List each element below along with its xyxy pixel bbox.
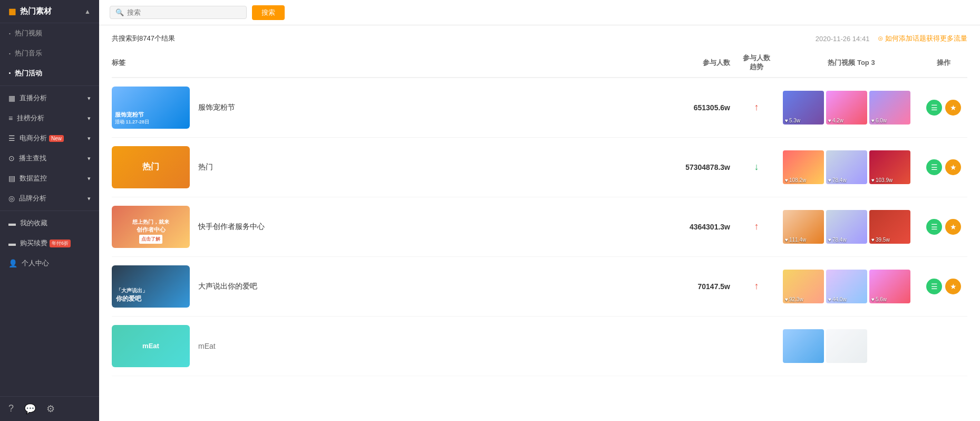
tag-name-5: mEat [198,342,216,350]
trend-4: ↑ [730,281,783,292]
menu-button-4[interactable]: ☰ [926,279,942,294]
video-thumb-1-2[interactable]: ♥ 4.2w [826,91,867,125]
table-header: 标签 参与人数 参与人数 趋势 热门视频 Top 3 操作 [112,49,967,78]
col-tag-4: 「大声说出」 你的爱吧 大声说出你的爱吧 [112,265,656,308]
sidebar-item-hot-music[interactable]: 热门音乐 [0,43,99,63]
tag-thumbnail-1: 服饰宠粉节 活动 11.27-28日 [112,87,190,129]
top-videos-4: ♥ 92.3w ♥ 44.0w ♥ 5.6w [783,270,920,303]
search-button[interactable]: 搜索 [252,5,285,20]
action-col-2: ☰ ★ [920,159,967,175]
video-thumb-3-1[interactable]: ♥ 111.4w [783,210,824,244]
video-thumb-4-2[interactable]: ♥ 44.0w [826,270,867,303]
brand-icon: ◎ [8,194,15,203]
table-row: 「大声说出」 你的爱吧 大声说出你的爱吧 70147.5w ↑ ♥ 92.3w … [112,257,967,317]
video-likes-1-1: ♥ 5.3w [785,118,800,123]
sidebar-item-data-monitor[interactable]: ▤ 数据监控 ▾ [0,168,99,188]
sidebar-item-buy-continue[interactable]: ▬ 购买续费 年付6折 [0,233,99,253]
table-row: 热门 热门 57304878.3w ↓ ♥ 108.2w ♥ 78.4w ♥ 1… [112,138,967,197]
star-button-4[interactable]: ★ [945,279,961,294]
result-meta: 2020-11-26 14:41 ⊙ 如何添加话题获得更多流量 [816,34,967,43]
new-badge: New [49,135,64,142]
table-wrap: 标签 参与人数 参与人数 趋势 热门视频 Top 3 操作 服饰宠粉节 活动 1… [99,49,980,376]
search-input-wrap: 🔍 [110,6,247,19]
video-thumb-1-3[interactable]: ♥ 6.0w [869,91,910,125]
menu-button-1[interactable]: ☰ [926,100,942,116]
sidebar-item-live-analysis[interactable]: ▦ 直播分析 ▾ [0,88,99,108]
video-thumb-2-2[interactable]: ♥ 78.4w [826,150,867,184]
col-tag-2: 热门 热门 [112,146,656,188]
result-count: 共搜索到8747个结果 [112,34,175,43]
top-bar: 🔍 搜索 [99,0,980,25]
sidebar-item-personal-center[interactable]: 👤 个人中心 [0,253,99,273]
video-likes-2-2: ♥ 78.4w [828,177,847,183]
sidebar-collapse-icon[interactable]: ▲ [84,8,91,15]
sidebar-header: ▦ 热门素材 ▲ [0,0,99,23]
chevron-down-icon-3: ▾ [88,135,91,142]
video-thumb-3-2[interactable]: ♥ 78.4w [826,210,867,244]
video-thumb-4-1[interactable]: ♥ 92.3w [783,270,824,303]
participants-2: 57304878.3w [656,163,730,171]
action-col-4: ☰ ★ [920,279,967,294]
chevron-down-icon-2: ▾ [88,115,91,122]
chevron-down-icon-6: ▾ [88,195,91,202]
col-tag-5: mEat mEat [112,325,656,367]
star-button-2[interactable]: ★ [945,159,961,175]
top-videos-2: ♥ 108.2w ♥ 78.4w ♥ 103.9w [783,150,920,184]
action-col-3: ☰ ★ [920,219,967,235]
video-thumb-3-3[interactable]: ♥ 39.5w [869,210,910,244]
tag-thumbnail-4: 「大声说出」 你的爱吧 [112,265,190,308]
video-thumb-4-3[interactable]: ♥ 5.6w [869,270,910,303]
sidebar-divider-1 [0,85,99,86]
link-icon[interactable]: ⚙ [46,403,55,415]
sidebar-title: 热门素材 [20,6,52,16]
video-thumb-5-1[interactable] [783,329,824,363]
tag-name-3: 快手创作者服务中心 [198,222,265,232]
search-input[interactable] [127,8,241,16]
table-row: 想上热门，就来 创作者中心 点击了解 快手创作者服务中心 4364301.3w … [112,197,967,257]
help-link[interactable]: ⊙ 如何添加话题获得更多流量 [878,34,967,43]
main-content: 🔍 搜索 共搜索到8747个结果 2020-11-26 14:41 ⊙ 如何添加… [99,0,980,421]
star-button-1[interactable]: ★ [945,100,961,116]
chat-icon[interactable]: 💬 [24,403,36,415]
sidebar-item-ecom-analysis[interactable]: ☰ 电商分析 New ▾ [0,128,99,148]
video-likes-1-2: ♥ 4.2w [828,118,843,123]
video-likes-4-3: ♥ 5.6w [871,296,887,302]
tag-thumbnail-2: 热门 [112,146,190,188]
participants-3: 4364301.3w [656,223,730,231]
tag-name-4: 大声说出你的爱吧 [198,282,257,291]
menu-button-3[interactable]: ☰ [926,219,942,235]
search-icon-input: 🔍 [115,8,124,16]
video-likes-4-1: ♥ 92.3w [785,296,803,302]
sidebar-item-hot-video[interactable]: 热门视频 [0,23,99,43]
top-videos-3: ♥ 111.4w ♥ 78.4w ♥ 39.5w [783,210,920,244]
video-likes-1-3: ♥ 6.0w [871,118,887,123]
bar-chart-icon: ▦ [8,94,15,102]
search-icon: ⊙ [8,154,15,162]
collection-icon: ▬ [8,219,16,227]
top-videos-5 [783,329,920,363]
tag-name-1: 服饰宠粉节 [198,103,235,112]
monitor-icon: ▤ [8,174,15,183]
sidebar-item-my-collection[interactable]: ▬ 我的收藏 [0,213,99,233]
sidebar-item-rank-analysis[interactable]: ≡ 挂榜分析 ▾ [0,108,99,128]
video-thumb-2-3[interactable]: ♥ 103.9w [869,150,910,184]
sidebar-item-brand-analysis[interactable]: ◎ 品牌分析 ▾ [0,188,99,208]
help-icon[interactable]: ? [8,403,14,415]
sidebar-item-hot-activity[interactable]: 热门活动 [0,63,99,83]
menu-button-2[interactable]: ☰ [926,159,942,175]
rank-icon: ≡ [8,114,13,122]
video-thumb-5-2[interactable] [826,329,867,363]
discount-badge: 年付6折 [50,240,71,247]
table-row: 服饰宠粉节 活动 11.27-28日 服饰宠粉节 651305.6w ↑ ♥ 5… [112,78,967,138]
col-header-topvideo: 热门视频 Top 3 [783,58,920,68]
video-thumb-2-1[interactable]: ♥ 108.2w [783,150,824,184]
video-likes-4-2: ♥ 44.0w [828,296,847,302]
video-thumb-1-1[interactable]: ♥ 5.3w [783,91,824,125]
sidebar-bottom: ? 💬 ⚙ [0,396,99,421]
ecom-icon: ☰ [8,134,15,142]
sidebar-header-icon: ▦ [8,7,16,16]
sidebar-section-hot: 热门视频 热门音乐 热门活动 [0,23,99,83]
col-header-action: 操作 [920,58,967,68]
star-button-3[interactable]: ★ [945,219,961,235]
sidebar-item-broadcaster-find[interactable]: ⊙ 播主查找 ▾ [0,148,99,168]
